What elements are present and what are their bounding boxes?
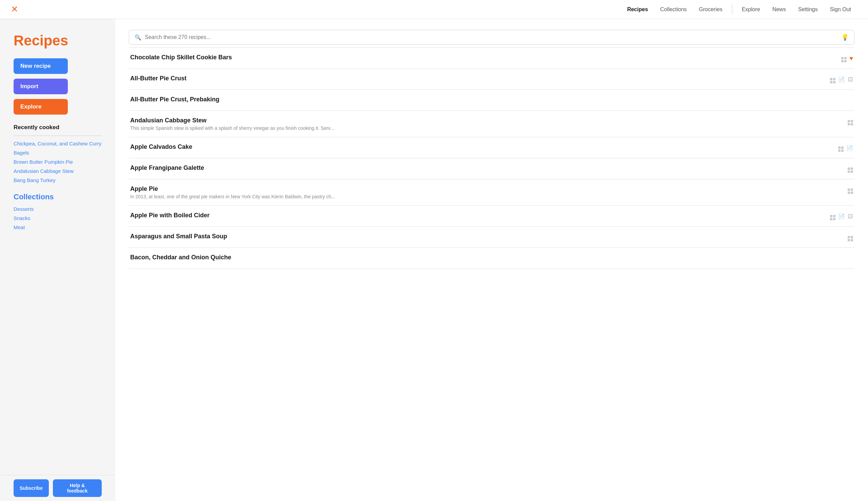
- recipe-actions: 📄 🖼: [823, 75, 853, 83]
- recipe-desc: This simple Spanish stew is spiked with …: [130, 125, 334, 131]
- recipe-list: Chocolate Chip Skillet Cookie Bars ♥ All…: [129, 47, 855, 269]
- page-layout: Recipes New recipe Import Explore Recent…: [0, 19, 868, 501]
- document-icon[interactable]: 📄: [846, 145, 853, 151]
- recipe-name: Andalusian Cabbage Stew: [130, 117, 334, 124]
- recipe-name: Asparagus and Small Pasta Soup: [130, 233, 227, 240]
- nav-explore[interactable]: Explore: [736, 4, 766, 15]
- recipe-name: Apple Pie: [130, 185, 335, 193]
- table-row[interactable]: Asparagus and Small Pasta Soup: [129, 226, 855, 247]
- import-button[interactable]: Import: [13, 79, 68, 94]
- recent-recipe-2[interactable]: Brown Butter Pumpkin Pie: [13, 159, 102, 165]
- recipe-name: All-Butter Pie Crust: [130, 75, 187, 82]
- table-row[interactable]: Bacon, Cheddar and Onion Quiche: [129, 247, 855, 269]
- grid-view-icon[interactable]: [838, 144, 844, 152]
- recipe-actions: [823, 96, 853, 97]
- recipe-name: Bacon, Cheddar and Onion Quiche: [130, 254, 231, 261]
- table-row[interactable]: Chocolate Chip Skillet Cookie Bars ♥: [129, 47, 855, 68]
- recent-recipe-1[interactable]: Bagels: [13, 150, 102, 156]
- grid-view-icon[interactable]: [841, 55, 847, 62]
- table-row[interactable]: Andalusian Cabbage Stew This simple Span…: [129, 110, 855, 137]
- grid-view-icon[interactable]: [848, 234, 853, 241]
- recipe-name: Apple Pie with Boiled Cider: [130, 212, 210, 219]
- collection-desserts[interactable]: Desserts: [13, 206, 102, 212]
- grid-view-icon[interactable]: [848, 165, 853, 173]
- table-row[interactable]: Apple Pie In 2013, at least, one of the …: [129, 179, 855, 205]
- grid-view-icon[interactable]: [830, 76, 835, 83]
- search-icon: 🔍: [135, 34, 141, 41]
- recipe-info: Apple Pie with Boiled Cider: [130, 212, 210, 220]
- recipe-actions: ♥: [823, 54, 853, 62]
- nav-settings[interactable]: Settings: [792, 4, 824, 15]
- grid-view-icon[interactable]: [848, 118, 853, 125]
- app-logo[interactable]: ✕: [11, 4, 18, 14]
- nav-divider: [732, 5, 732, 14]
- nav-collections[interactable]: Collections: [654, 4, 693, 15]
- image-icon[interactable]: 🖼: [848, 214, 853, 220]
- recipe-info: All-Butter Pie Crust: [130, 75, 187, 83]
- recipe-actions: 📄: [823, 143, 853, 152]
- recent-recipe-3[interactable]: Andalusian Cabbage Stew: [13, 168, 102, 174]
- nav-recipes[interactable]: Recipes: [621, 4, 654, 15]
- table-row[interactable]: All-Butter Pie Crust, Prebaking: [129, 89, 855, 110]
- nav-signout[interactable]: Sign Out: [824, 4, 857, 15]
- recipe-name: Apple Calvados Cake: [130, 143, 192, 150]
- recipe-actions: [823, 254, 853, 255]
- recipe-info: Asparagus and Small Pasta Soup: [130, 233, 227, 241]
- recipe-desc: In 2013, at least, one of the great pie …: [130, 194, 335, 199]
- nav-primary: Recipes Collections Groceries Explore Ne…: [621, 4, 857, 15]
- subscribe-button[interactable]: Subscribe: [13, 479, 49, 497]
- sidebar-divider: [13, 136, 102, 136]
- table-row[interactable]: All-Butter Pie Crust 📄 🖼: [129, 68, 855, 89]
- recipe-actions: 📄 🖼: [823, 212, 853, 220]
- recently-cooked-heading: Recently cooked: [13, 124, 102, 131]
- help-feedback-button[interactable]: Help & feedback: [53, 479, 102, 497]
- table-row[interactable]: Apple Frangipane Galette: [129, 158, 855, 179]
- recipe-info: Bacon, Cheddar and Onion Quiche: [130, 254, 231, 262]
- recipe-actions: [823, 164, 853, 173]
- top-nav: ✕ Recipes Collections Groceries Explore …: [0, 0, 868, 19]
- image-icon[interactable]: 🖼: [848, 77, 853, 83]
- recipe-info: All-Butter Pie Crust, Prebaking: [130, 96, 219, 104]
- new-recipe-button[interactable]: New recipe: [13, 58, 68, 74]
- bottom-bar: Subscribe Help & feedback: [0, 475, 115, 501]
- nav-news[interactable]: News: [766, 4, 792, 15]
- recipe-name: Chocolate Chip Skillet Cookie Bars: [130, 54, 232, 61]
- recipe-info: Apple Calvados Cake: [130, 143, 192, 152]
- nav-groceries[interactable]: Groceries: [693, 4, 728, 15]
- recipe-actions: [823, 117, 853, 125]
- recipe-info: Chocolate Chip Skillet Cookie Bars: [130, 54, 232, 62]
- grid-view-icon[interactable]: [848, 186, 853, 194]
- document-icon[interactable]: 📄: [838, 76, 845, 83]
- collections-heading[interactable]: Collections: [13, 193, 102, 201]
- collection-snacks[interactable]: Snacks: [13, 215, 102, 221]
- table-row[interactable]: Apple Pie with Boiled Cider 📄 🖼: [129, 205, 855, 226]
- explore-button[interactable]: Explore: [13, 99, 68, 115]
- recipe-name: All-Butter Pie Crust, Prebaking: [130, 96, 219, 103]
- collection-meat[interactable]: Meat: [13, 224, 102, 230]
- recipe-info: Andalusian Cabbage Stew This simple Span…: [130, 117, 334, 131]
- search-input[interactable]: [145, 34, 841, 40]
- document-icon[interactable]: 📄: [838, 213, 845, 220]
- recipe-name: Apple Frangipane Galette: [130, 164, 204, 171]
- table-row[interactable]: Apple Calvados Cake 📄: [129, 137, 855, 158]
- recipe-info: Apple Frangipane Galette: [130, 164, 204, 173]
- sidebar: Recipes New recipe Import Explore Recent…: [0, 19, 115, 501]
- recipe-info: Apple Pie In 2013, at least, one of the …: [130, 185, 335, 199]
- main-content: 🔍 💡 Chocolate Chip Skillet Cookie Bars ♥: [115, 19, 868, 501]
- tip-icon[interactable]: 💡: [841, 34, 849, 41]
- grid-view-icon[interactable]: [830, 213, 835, 220]
- favorite-icon[interactable]: ♥: [849, 55, 853, 62]
- recipe-actions: [823, 185, 853, 194]
- recipe-actions: [823, 233, 853, 241]
- recent-recipe-0[interactable]: Chickpea, Coconut, and Cashew Curry: [13, 141, 102, 147]
- recent-recipe-4[interactable]: Bang Bang Turkey: [13, 177, 102, 183]
- page-title: Recipes: [13, 33, 102, 49]
- search-bar: 🔍 💡: [129, 30, 855, 45]
